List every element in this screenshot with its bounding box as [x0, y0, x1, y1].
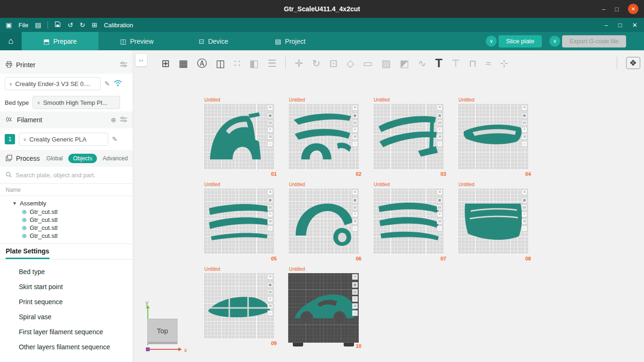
filament-select[interactable]: ∨ Creality Generic PLA [19, 133, 108, 146]
assembly-view-icon[interactable]: ❖ [626, 57, 640, 69]
viewport-3d[interactable]: ‹› ⊞▦Ⓐ◫∷◧☰✛↻⊡◇▭▨◩∿T⊤⊓≈⊹❖ Untitled✕▣▤≡⊞⌂0… [133, 50, 644, 362]
plate-name-icon[interactable]: ▤ [352, 120, 358, 126]
plate-settings-icon[interactable]: ▣ [267, 282, 273, 288]
printer-select[interactable]: ∨ Creality Ender-3 V3 SE 0.... [5, 77, 101, 90]
plate-bed[interactable]: ✕▣▤≡⊞⌂08 [458, 189, 528, 254]
plate-printer-icon[interactable]: ⌂ [522, 141, 527, 147]
edit-filament-icon[interactable]: ✎ [112, 135, 118, 143]
wifi-icon[interactable] [114, 80, 122, 88]
distribute-icon[interactable]: ☰ [268, 58, 277, 68]
plate-printer-icon[interactable]: ⌂ [437, 141, 443, 147]
move-icon[interactable]: ✛ [295, 58, 303, 68]
plate-setting-item[interactable]: Spiral vase [0, 309, 133, 324]
plate-settings-icon[interactable]: ▣ [522, 113, 527, 118]
arrange-plate-icon[interactable]: ▦ [179, 58, 188, 68]
plate-setting-item[interactable]: Print sequence [0, 294, 133, 309]
auto-orient-icon[interactable]: Ⓐ [197, 58, 207, 68]
align-objects-icon[interactable]: ∷ [234, 58, 240, 68]
plate-close-icon[interactable]: ✕ [267, 274, 273, 280]
plate-settings-tab[interactable]: Plate Settings [0, 244, 133, 260]
slice-dropdown-icon[interactable]: ∨ [486, 36, 497, 47]
scale-icon[interactable]: ⊡ [330, 58, 338, 68]
filament-slot-badge[interactable]: 1 [5, 134, 15, 144]
tree-item[interactable]: ⊕Gtr_cut.stl [0, 216, 133, 224]
plate-settings-icon[interactable]: ▣ [352, 282, 358, 288]
plate-name-icon[interactable]: ▤ [437, 205, 443, 210]
plate-03[interactable]: Untitled✕▣▤≡⊞⌂03 [373, 97, 443, 182]
add-filament-icon[interactable]: ⊕ [111, 116, 116, 124]
tab-device[interactable]: ⊡Device [175, 32, 252, 50]
mirror-icon[interactable]: ◧ [250, 58, 259, 68]
plate-list-icon[interactable]: ≡ [352, 296, 358, 302]
plate-04[interactable]: Untitled✕▣▤≡⊞⌂04 [458, 97, 528, 182]
cut-icon[interactable]: ∿ [418, 58, 427, 68]
plate-close-icon[interactable]: ✕ [522, 105, 527, 110]
seam-painting-icon[interactable]: ▭ [363, 58, 372, 68]
plate-settings-icon[interactable]: ▣ [267, 113, 273, 118]
plate-settings-icon[interactable]: ▣ [267, 197, 273, 203]
plate-list-icon[interactable]: ≡ [267, 127, 273, 133]
plate-arrange-icon[interactable]: ⊞ [352, 219, 358, 224]
plate-settings-icon[interactable]: ▣ [522, 197, 527, 203]
plate-printer-icon[interactable]: ⌂ [267, 310, 273, 316]
plate-list-icon[interactable]: ≡ [522, 127, 527, 133]
split-plate-icon[interactable]: ◫ [216, 58, 225, 68]
support-icon[interactable]: ⊤ [451, 58, 460, 68]
plate-bed[interactable]: ✕▣▤≡⊞⌂10 [288, 273, 359, 343]
export-dropdown-icon[interactable]: ∨ [549, 36, 560, 47]
export-gcode-button[interactable]: Export G-code file [562, 35, 626, 47]
app-restore-button[interactable]: □ [618, 22, 622, 29]
save-icon[interactable] [55, 21, 61, 29]
plate-close-icon[interactable]: ✕ [267, 189, 273, 195]
plate-close-icon[interactable]: ✕ [437, 105, 443, 110]
plate-settings-icon[interactable]: ▣ [437, 113, 443, 118]
tab-project[interactable]: ▤Project [252, 32, 329, 50]
plate-printer-icon[interactable]: ⌂ [352, 141, 358, 147]
measure-icon[interactable]: ⊹ [500, 58, 508, 68]
plate-setting-item[interactable]: Other layers filament sequence [0, 339, 133, 354]
calibration-menu[interactable]: Calibration [104, 22, 133, 29]
plate-arrange-icon[interactable]: ⊞ [267, 303, 273, 309]
app-minimize-button[interactable]: – [604, 22, 608, 29]
plate-06[interactable]: Untitled✕▣▤≡⊞⌂06 [288, 182, 359, 267]
plate-printer-icon[interactable]: ⌂ [437, 226, 443, 231]
bed-type-select[interactable]: ∨ Smooth High Temp Pl... [32, 96, 120, 109]
plate-list-icon[interactable]: ≡ [437, 127, 443, 133]
tab-prepare[interactable]: ⬒Prepare [22, 32, 98, 50]
plate-bed[interactable]: ✕▣▤≡⊞⌂06 [288, 189, 359, 254]
support-painting-icon[interactable]: ▨ [381, 58, 391, 68]
plate-arrange-icon[interactable]: ⊞ [352, 134, 358, 140]
list-menu-icon[interactable]: ▤ [35, 21, 41, 29]
plate-printer-icon[interactable]: ⌂ [267, 141, 273, 147]
plate-09[interactable]: Untitled✕▣▤≡⊞⌂09 [203, 267, 274, 351]
plate-name-icon[interactable]: ▤ [352, 289, 358, 295]
plate-01[interactable]: Untitled✕▣▤≡⊞⌂01 [203, 97, 274, 182]
plate-arrange-icon[interactable]: ⊞ [267, 219, 273, 224]
plate-arrange-icon[interactable]: ⊞ [437, 134, 443, 140]
plate-name-icon[interactable]: ▤ [352, 205, 358, 210]
plate-name-icon[interactable]: ▤ [437, 120, 443, 126]
plate-bed[interactable]: ✕▣▤≡⊞⌂03 [373, 104, 443, 170]
filament-tune-icon[interactable] [120, 117, 127, 124]
plate-close-icon[interactable]: ✕ [352, 274, 358, 280]
plate-02[interactable]: Untitled✕▣▤≡⊞⌂02 [288, 97, 359, 182]
plate-close-icon[interactable]: ✕ [522, 189, 527, 195]
plate-bed[interactable]: ✕▣▤≡⊞⌂07 [373, 189, 443, 254]
plate-close-icon[interactable]: ✕ [352, 189, 358, 195]
sidebar-collapse-button[interactable]: ‹› [136, 54, 147, 66]
plate-name-icon[interactable]: ▤ [267, 120, 273, 126]
tree-root-assembly[interactable]: ▼ Assembly [0, 199, 133, 208]
plate-name-icon[interactable]: ▤ [267, 289, 273, 295]
plate-bed[interactable]: ✕▣▤≡⊞⌂05 [203, 189, 274, 254]
plate-07[interactable]: Untitled✕▣▤≡⊞⌂07 [373, 182, 443, 267]
window-close-button[interactable]: ✕ [628, 4, 638, 14]
collapse-caret-icon[interactable]: ▼ [12, 201, 17, 206]
plate-printer-icon[interactable]: ⌂ [352, 310, 358, 316]
plate-name-icon[interactable]: ▤ [267, 205, 273, 210]
search-input[interactable] [16, 172, 127, 179]
plate-close-icon[interactable]: ✕ [267, 105, 273, 110]
plate-bed[interactable]: ✕▣▤≡⊞⌂09 [203, 273, 274, 339]
plate-name-icon[interactable]: ▤ [522, 205, 527, 210]
fuzzy-skin-icon[interactable]: ≈ [485, 58, 491, 68]
tab-preview[interactable]: ◫Preview [98, 32, 175, 50]
